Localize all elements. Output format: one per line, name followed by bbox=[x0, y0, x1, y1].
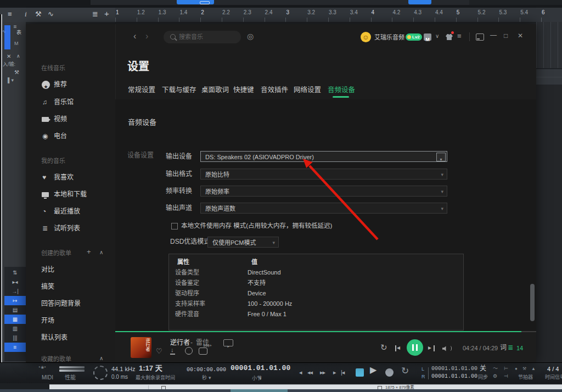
user-chevron-down-icon[interactable]: ∨ bbox=[435, 33, 439, 40]
play-queue-count[interactable]: 14 bbox=[516, 345, 523, 352]
play-queue-icon[interactable]: ≣ bbox=[508, 344, 513, 352]
like-heart-icon[interactable]: ♡ bbox=[156, 347, 162, 355]
timeline-ruler[interactable]: 11.21.31.422.22.32.433.23.33.444.24.34.4… bbox=[115, 8, 562, 23]
listen-recognize-icon[interactable]: ◎ bbox=[247, 32, 254, 41]
locator-right-value[interactable]: 00001.01.01.00 bbox=[431, 373, 477, 380]
level-badge[interactable]: Lv2 bbox=[406, 33, 422, 41]
rewind-button[interactable]: ◂◂ bbox=[307, 369, 312, 376]
list-view-icon[interactable]: ≡ bbox=[4, 343, 26, 352]
zoom-icon[interactable]: ▸◂ bbox=[4, 277, 26, 287]
time-display[interactable]: 00:00:00.000 bbox=[187, 367, 226, 373]
mini-player-icon[interactable] bbox=[476, 33, 484, 41]
expand-tracks-icon[interactable]: ⇅ bbox=[4, 268, 26, 277]
prev-button[interactable]: ◂ bbox=[397, 344, 400, 352]
punch-in-icon[interactable]: ⊢ bbox=[504, 366, 508, 371]
sidebar-playlist-item[interactable]: 回答问题背景 bbox=[41, 300, 81, 308]
pause-button[interactable] bbox=[407, 339, 423, 356]
daw-add-track-icon[interactable]: + bbox=[104, 9, 109, 18]
album-art[interactable]: 逆行者 bbox=[131, 337, 151, 358]
daw-menu-icon[interactable]: ≡ bbox=[8, 10, 12, 18]
daw-info-icon[interactable]: i bbox=[25, 10, 27, 19]
output-format-select[interactable]: 原始比特 ▾ bbox=[200, 169, 447, 180]
stop-button[interactable] bbox=[356, 368, 364, 377]
sidebar-item-audition-list[interactable]: 试听列表 bbox=[54, 225, 80, 233]
time-unit-caret-icon[interactable]: ▾ bbox=[209, 375, 211, 380]
sidebar-item-local-downloads[interactable]: 本地和下载 bbox=[54, 191, 87, 199]
minimize-button[interactable]: — bbox=[490, 32, 497, 40]
time-unit[interactable]: 秒 bbox=[202, 375, 207, 380]
sidebar-playlist-item[interactable]: 默认列表 bbox=[41, 334, 68, 342]
click-dot-icon[interactable]: ● bbox=[515, 366, 518, 371]
next-button[interactable]: ▸ bbox=[428, 344, 431, 352]
output-device-select[interactable]: DS: Speakers 02 (ASIOVADPRO Driver) ▾ bbox=[200, 151, 447, 162]
more-options-icon[interactable]: ⋯ bbox=[185, 347, 193, 355]
click-tri-icon[interactable]: ▲ bbox=[531, 366, 536, 371]
snap-to-icon[interactable]: →| bbox=[4, 287, 26, 296]
music-vip-badge[interactable]: M bbox=[424, 33, 431, 41]
autoscroll-icon[interactable]: ↦ bbox=[4, 296, 26, 305]
sidebar-playlist-item[interactable]: 对比 bbox=[41, 266, 54, 274]
tab-shortcuts[interactable]: 快捷键 bbox=[233, 84, 254, 94]
play-button[interactable]: ▶ bbox=[370, 365, 376, 375]
user-name[interactable]: 艾瑞乐音频 bbox=[374, 34, 404, 41]
maximize-button[interactable]: □ bbox=[504, 32, 508, 40]
tab-audio-plugins[interactable]: 音效插件 bbox=[261, 84, 288, 94]
daw-tracklist-icon[interactable]: ≣ bbox=[92, 10, 98, 18]
add-playlist-button[interactable]: + bbox=[87, 248, 91, 256]
daw-tool-icon[interactable]: ⚒ bbox=[35, 10, 42, 18]
collapse-created-icon[interactable]: ∧ bbox=[99, 249, 103, 256]
lyrics-button[interactable]: 词 bbox=[500, 344, 507, 352]
sidebar-item-music-hall[interactable]: 音乐馆 bbox=[54, 99, 74, 107]
nudge-right-button[interactable]: ▸ bbox=[333, 369, 336, 376]
progress-bar-played[interactable] bbox=[115, 331, 521, 332]
forward-button[interactable]: ▸▸ bbox=[320, 369, 325, 376]
settings-gear-icon[interactable]: ⚙ bbox=[493, 373, 497, 379]
piano-view-icon[interactable]: ▦ bbox=[4, 315, 26, 324]
theme-shirt-icon[interactable] bbox=[446, 34, 453, 40]
sidebar-item-recent[interactable]: 最近播放 bbox=[54, 208, 80, 216]
tab-network[interactable]: 网络设置 bbox=[294, 84, 321, 94]
cycle-button[interactable]: ↻ bbox=[401, 366, 409, 377]
main-menu-icon[interactable]: ≡ bbox=[457, 32, 462, 41]
song-title[interactable]: 逆行者 bbox=[170, 339, 190, 347]
panel-wrench-icon[interactable]: ⚒ bbox=[14, 69, 19, 76]
bar-display[interactable]: 00001.01.01.00 bbox=[231, 365, 290, 373]
punch-out-icon[interactable]: ⊣ bbox=[504, 373, 508, 379]
bar-unit-caret-icon[interactable]: ▾ bbox=[259, 376, 262, 381]
locator-left-value[interactable]: 00001.01.01.00 bbox=[431, 366, 477, 372]
play-mode-loop-icon[interactable]: ↻ bbox=[380, 343, 387, 352]
search-box[interactable]: 搜索音乐 bbox=[164, 31, 241, 43]
back-button[interactable]: ‹ bbox=[133, 31, 136, 41]
settings-scrollbar[interactable] bbox=[530, 284, 535, 321]
tab-desktop-lyrics[interactable]: 桌面歌词 bbox=[201, 84, 229, 94]
comment-bubble-icon[interactable] bbox=[199, 348, 207, 355]
sidebar-item-radio[interactable]: 电台 bbox=[54, 133, 67, 141]
rate-convert-select[interactable]: 原始频率 ▾ bbox=[200, 186, 447, 197]
drum-view-icon[interactable]: ▥ bbox=[4, 324, 26, 333]
output-device-dropdown-button[interactable]: ▾ bbox=[436, 153, 446, 161]
sidebar-item-video[interactable]: 视频 bbox=[54, 116, 67, 124]
sidebar-playlist-item[interactable]: 开场 bbox=[41, 317, 54, 325]
tab-download-cache[interactable]: 下载与缓存 bbox=[162, 84, 196, 94]
tab-audio-device[interactable]: 音频设备 bbox=[328, 84, 355, 94]
memory-mode-checkbox[interactable] bbox=[171, 223, 178, 229]
midi-route-icon[interactable]: 〜 bbox=[493, 366, 498, 371]
track-mute-button[interactable]: M bbox=[14, 41, 19, 46]
signature-value[interactable]: 4 / 4 bbox=[547, 366, 559, 373]
output-channel-select[interactable]: 原始声道数 ▾ bbox=[200, 203, 447, 214]
tab-general[interactable]: 常规设置 bbox=[128, 84, 155, 94]
nudge-left-button[interactable]: ◂ bbox=[299, 369, 302, 376]
keyboard-view-icon[interactable]: ▤ bbox=[4, 305, 26, 315]
dsd-mode-select[interactable]: 仅使用PCM模式 ▾ bbox=[207, 237, 279, 248]
collapse-collected-icon[interactable]: ∧ bbox=[99, 355, 103, 362]
volume-icon[interactable] bbox=[442, 346, 448, 351]
progress-bar-remaining[interactable] bbox=[521, 331, 536, 332]
avatar[interactable]: ☺ bbox=[361, 32, 371, 42]
forward-button[interactable]: › bbox=[145, 31, 148, 41]
record-button[interactable] bbox=[385, 368, 394, 377]
download-icon[interactable]: ↓ bbox=[171, 346, 174, 353]
sidebar-item-recommend[interactable]: 推荐 bbox=[54, 81, 67, 89]
close-button[interactable]: ✕ bbox=[518, 32, 523, 40]
sync-value[interactable]: 关 bbox=[480, 365, 486, 373]
mixer-view-icon[interactable]: ||| bbox=[4, 333, 26, 343]
